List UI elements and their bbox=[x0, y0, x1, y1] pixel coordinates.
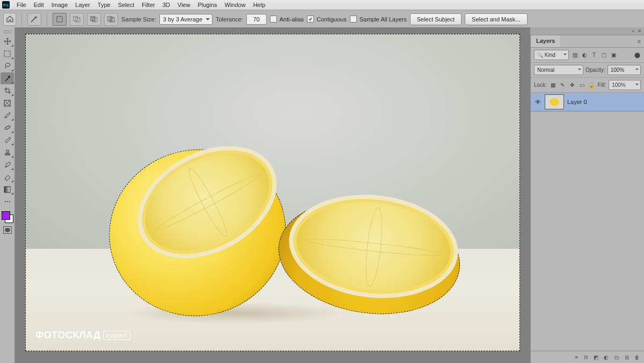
select-and-mask-button[interactable]: Select and Mask... bbox=[465, 13, 528, 25]
filter-toggle-icon[interactable]: ⬤ bbox=[633, 51, 641, 59]
fx-icon[interactable]: fx bbox=[584, 354, 588, 360]
menu-view[interactable]: View bbox=[174, 2, 194, 8]
gradient-icon bbox=[4, 186, 11, 193]
svg-point-14 bbox=[7, 201, 8, 202]
workspace: ФОТОСКЛАД expert « ✕ Layers ≡ 🔍 Kind ▨ ◐… bbox=[0, 27, 644, 363]
new-layer-icon[interactable]: ⊞ bbox=[625, 354, 629, 360]
sample-size-select[interactable]: 3 by 3 Average bbox=[159, 14, 213, 25]
tab-layers[interactable]: Layers bbox=[531, 35, 560, 47]
more-tools[interactable] bbox=[1, 196, 14, 208]
select-subject-button[interactable]: Select Subject bbox=[410, 13, 462, 25]
panel-header: « ✕ bbox=[530, 27, 644, 35]
contiguous-label: Contiguous bbox=[317, 16, 347, 23]
ellipsis-icon bbox=[4, 200, 11, 203]
svg-point-9 bbox=[9, 76, 10, 77]
eraser-tool[interactable] bbox=[1, 171, 14, 183]
eyedropper-tool[interactable] bbox=[1, 109, 14, 121]
lock-label: Lock: bbox=[534, 82, 547, 88]
contiguous-checkbox[interactable]: Contiguous bbox=[307, 16, 347, 23]
lock-trans-icon[interactable]: ▦ bbox=[550, 82, 557, 89]
sample-all-checkbox[interactable]: Sample All Layers bbox=[350, 16, 407, 23]
menu-window[interactable]: Window bbox=[221, 2, 250, 8]
add-selection-button[interactable] bbox=[70, 13, 84, 26]
color-swatches[interactable] bbox=[2, 211, 13, 223]
lock-artboard-icon[interactable]: ▭ bbox=[579, 82, 586, 89]
layer-name[interactable]: Layer 0 bbox=[567, 99, 587, 105]
home-button[interactable] bbox=[3, 13, 16, 26]
brush-tool[interactable] bbox=[1, 134, 14, 146]
tool-preset-picker[interactable] bbox=[27, 13, 41, 26]
gradient-tool[interactable] bbox=[1, 183, 14, 195]
lasso-icon bbox=[4, 62, 11, 70]
standard-mode-button[interactable] bbox=[3, 226, 12, 234]
collapse-icon[interactable]: « bbox=[632, 28, 634, 34]
foreground-color-swatch[interactable] bbox=[2, 211, 10, 220]
document-canvas[interactable]: ФОТОСКЛАД expert bbox=[25, 34, 520, 351]
magic-wand-tool[interactable] bbox=[1, 72, 14, 84]
history-brush-icon bbox=[4, 161, 11, 168]
filter-type-icon[interactable]: T bbox=[590, 51, 598, 59]
marquee-icon bbox=[4, 50, 11, 57]
close-icon[interactable]: ✕ bbox=[638, 28, 642, 34]
menu-select[interactable]: Select bbox=[114, 2, 138, 8]
blend-mode-select[interactable]: Normal bbox=[534, 65, 583, 75]
healing-brush-tool[interactable] bbox=[1, 122, 14, 134]
panel-menu-icon[interactable]: ≡ bbox=[638, 38, 641, 45]
fill-label: Fill: bbox=[598, 82, 606, 88]
menu-plugins[interactable]: Plugins bbox=[194, 2, 221, 8]
menu-layer[interactable]: Layer bbox=[71, 2, 94, 8]
fill-input[interactable]: 100% bbox=[609, 80, 641, 90]
marquee-tool[interactable] bbox=[1, 48, 14, 60]
filter-shape-icon[interactable]: ▢ bbox=[600, 51, 608, 59]
crop-icon bbox=[4, 87, 11, 94]
selection-intersect-icon bbox=[107, 16, 115, 23]
mask-icon[interactable]: ◩ bbox=[594, 354, 598, 360]
move-icon bbox=[4, 38, 11, 45]
adjustment-icon[interactable]: ◐ bbox=[604, 354, 609, 360]
group-icon[interactable]: 🗀 bbox=[614, 354, 619, 360]
move-tool[interactable] bbox=[1, 35, 14, 47]
anti-alias-checkbox[interactable]: Anti-alias bbox=[270, 16, 304, 23]
opacity-input[interactable]: 100% bbox=[608, 65, 641, 75]
trash-icon[interactable]: 🗑 bbox=[634, 354, 640, 360]
menu-image[interactable]: Image bbox=[48, 2, 72, 8]
filter-kind-select[interactable]: 🔍 Kind bbox=[534, 50, 569, 60]
history-brush-tool[interactable] bbox=[1, 159, 14, 171]
filter-adjust-icon[interactable]: ◐ bbox=[581, 51, 588, 59]
layer-item[interactable]: 👁 Layer 0 bbox=[531, 93, 644, 112]
visibility-toggle[interactable]: 👁 bbox=[534, 99, 541, 105]
frame-tool[interactable] bbox=[1, 97, 14, 109]
tolerance-input[interactable]: 70 bbox=[246, 14, 267, 25]
link-icon[interactable]: ⚭ bbox=[574, 354, 579, 360]
menu-edit[interactable]: Edit bbox=[30, 2, 48, 8]
quick-mask-toggles bbox=[3, 226, 12, 234]
new-selection-button[interactable] bbox=[53, 13, 67, 26]
menu-type[interactable]: Type bbox=[94, 2, 114, 8]
panel-grip[interactable] bbox=[3, 31, 12, 33]
lasso-tool[interactable] bbox=[1, 60, 14, 72]
frame-icon bbox=[4, 100, 11, 107]
menu-help[interactable]: Help bbox=[250, 2, 269, 8]
crop-tool[interactable] bbox=[1, 85, 14, 97]
lock-all-icon[interactable]: 🔒 bbox=[588, 82, 595, 89]
separator bbox=[47, 13, 47, 26]
intersect-selection-button[interactable] bbox=[104, 13, 118, 26]
checkbox-icon bbox=[270, 16, 277, 23]
svg-rect-8 bbox=[4, 51, 10, 57]
filter-pixel-icon[interactable]: ▨ bbox=[571, 51, 579, 59]
subtract-selection-button[interactable] bbox=[87, 13, 101, 26]
layer-thumbnail[interactable] bbox=[545, 94, 564, 109]
layer-list: 👁 Layer 0 bbox=[531, 93, 644, 351]
right-panels: « ✕ Layers ≡ 🔍 Kind ▨ ◐ T ▢ ▣ ⬤ Normal O… bbox=[530, 27, 644, 363]
filter-smart-icon[interactable]: ▣ bbox=[610, 51, 617, 59]
lock-pixels-icon[interactable]: ✎ bbox=[559, 82, 566, 89]
clone-stamp-tool[interactable] bbox=[1, 146, 14, 158]
menu-filter[interactable]: Filter bbox=[138, 2, 158, 8]
wand-icon bbox=[30, 16, 39, 23]
svg-rect-0 bbox=[57, 17, 62, 22]
anti-alias-label: Anti-alias bbox=[280, 16, 304, 23]
lock-position-icon[interactable]: ✥ bbox=[569, 82, 576, 89]
menu-3d[interactable]: 3D bbox=[159, 2, 174, 8]
tools-panel bbox=[0, 27, 15, 363]
menu-file[interactable]: File bbox=[13, 2, 30, 8]
